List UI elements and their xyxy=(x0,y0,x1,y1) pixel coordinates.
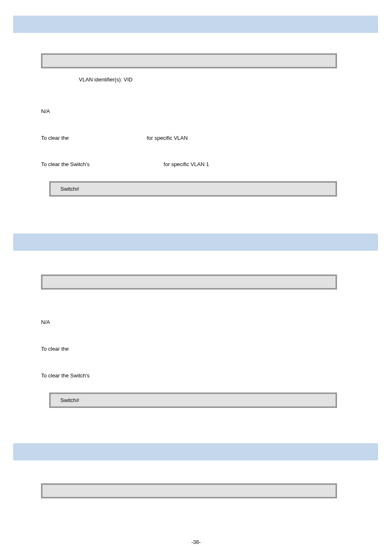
example-suffix-1: for specific VLAN 1 xyxy=(164,160,209,169)
param-text-1: VLAN identifier(s): VID xyxy=(79,76,133,83)
page-number-text: -38- xyxy=(191,539,201,545)
default-text-2: N/A xyxy=(41,319,50,325)
example-line-1: To clear the Switch's for specific VLAN … xyxy=(41,160,329,169)
example-line-2: To clear the Switch's xyxy=(41,372,329,380)
usage-suffix-1: for specific VLAN xyxy=(147,134,188,143)
example-prefix-1: To clear the Switch's xyxy=(41,160,90,169)
example-box-1: Switch# xyxy=(49,181,337,197)
prompt-1: Switch# xyxy=(60,186,79,192)
syntax-box-3 xyxy=(41,483,337,498)
section-header-3 xyxy=(13,443,378,460)
usage-line-2: To clear the xyxy=(41,345,329,354)
page-number: -38- xyxy=(0,539,392,545)
prompt-2: Switch# xyxy=(60,397,79,403)
param-line-1: VLAN identifier(s): VID xyxy=(41,76,329,84)
default-1: N/A xyxy=(41,107,329,116)
usage-line-1: To clear the for specific VLAN xyxy=(41,134,329,143)
section-header-2 xyxy=(13,234,378,251)
default-text-1: N/A xyxy=(41,108,50,114)
syntax-box-1 xyxy=(41,53,337,68)
syntax-box-2 xyxy=(41,275,337,289)
example-box-2: Switch# xyxy=(49,393,337,408)
usage-prefix-1: To clear the xyxy=(41,134,69,143)
section-header-1 xyxy=(13,16,378,33)
usage-prefix-2: To clear the xyxy=(41,346,69,352)
default-2: N/A xyxy=(41,318,329,327)
example-prefix-2: To clear the Switch's xyxy=(41,372,90,379)
